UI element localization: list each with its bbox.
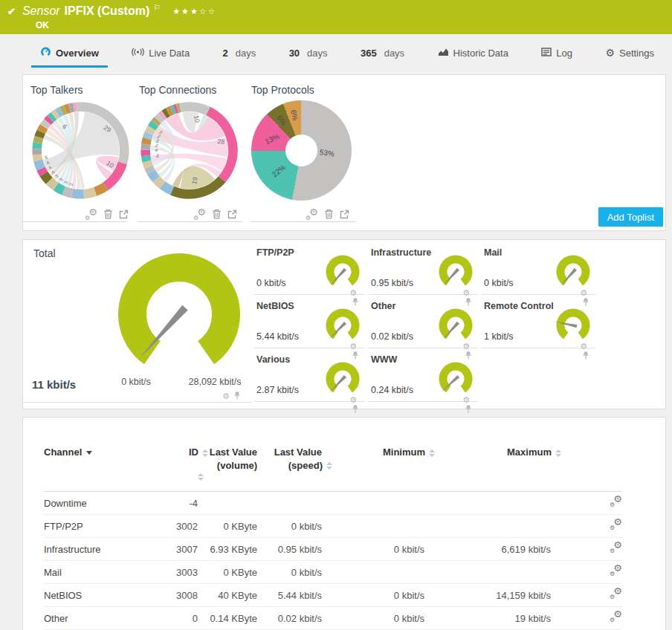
cell-id: -4 — [159, 492, 198, 515]
toplist-chart[interactable]: 6291023334445 — [30, 100, 131, 201]
toplist-settings-icon[interactable]: ⚙⚙ — [193, 210, 206, 221]
trash-icon[interactable] — [324, 209, 334, 221]
trash-icon[interactable] — [212, 209, 222, 221]
tab-settings[interactable]: ⚙Settings — [596, 48, 663, 68]
channels-table-panel: ChannelIDLast Value(volume)Last Value(sp… — [22, 417, 666, 630]
external-link-icon[interactable] — [227, 210, 237, 221]
toplist-settings-icon[interactable]: ⚙⚙ — [306, 210, 318, 221]
sensor-title: IPFIX (Custom) — [65, 4, 150, 18]
tab-label: Overview — [56, 48, 99, 59]
cell-settings: ⚙⚙ — [551, 561, 622, 584]
gauge-value: 0 kbit/s — [484, 278, 514, 288]
small-gauges-grid: FTP/P2P0 kbit/s⚙Infrastructure0.95 kbit/… — [253, 241, 622, 402]
cell-channel: NetBIOS — [44, 584, 159, 607]
toplist-title: Top Protocols — [251, 84, 355, 96]
tab-label: Live Data — [149, 48, 190, 59]
gauge-value: 0.95 kbit/s — [371, 278, 413, 288]
tab-label: days — [236, 48, 256, 59]
cell-minimum: 0 kbit/s — [322, 538, 424, 561]
add-toplist-button[interactable]: Add Toplist — [598, 207, 663, 227]
tab-live-data[interactable]: Live Data — [123, 48, 198, 68]
gear-icon[interactable]: ⚙ — [222, 392, 230, 400]
cell-last_volume: 0.14 KByte — [198, 607, 257, 630]
protocols-pie-chart: 53%22%13%6%6% — [251, 100, 352, 201]
gauge-value: 1 kbit/s — [484, 331, 514, 342]
gauge-cell-www: WWW0.24 kbit/s⚙ — [368, 348, 478, 402]
divider — [23, 402, 252, 403]
toplist-actions: ⚙⚙ — [193, 209, 237, 221]
cell-id: 0 — [159, 607, 198, 630]
cell-settings: ⚙⚙ — [551, 538, 622, 561]
gear-icon[interactable]: ⚙ — [349, 396, 357, 404]
cell-maximum: 14,159 kbit/s — [424, 584, 551, 607]
total-gauge — [112, 246, 246, 382]
tab-365-days[interactable]: 365days — [352, 48, 413, 68]
channel-gauges-panel: Total 0 kbit/s 28,092 kbit/s 11 kbit/s ⚙… — [22, 239, 666, 409]
gauge-value: 0.02 kbit/s — [371, 331, 413, 342]
tab-overview[interactable]: Overview — [31, 47, 108, 68]
tab-number: 2 — [223, 48, 228, 59]
gauge-label: Other — [371, 301, 395, 311]
status-badge: OK — [36, 20, 672, 30]
cell-minimum — [322, 561, 424, 584]
tab-2-days[interactable]: 2days — [214, 48, 265, 68]
channel-settings-icon[interactable]: ⚙⚙ — [610, 542, 622, 553]
channel-settings-icon[interactable]: ⚙⚙ — [610, 519, 622, 530]
tab-label: Settings — [619, 48, 654, 59]
cell-last_speed: 0.02 kbit/s — [257, 607, 322, 630]
channel-settings-icon[interactable]: ⚙⚙ — [610, 565, 622, 577]
toplist-chart[interactable]: 53%22%13%6%6% — [251, 100, 352, 201]
gauge-label: Various — [256, 354, 290, 365]
cell-last_speed: 0 kbit/s — [257, 515, 322, 538]
toplist-top-protocols: Top Protocols53%22%13%6%6%⚙⚙ — [251, 84, 355, 201]
gauge-value: 0 kbit/s — [256, 278, 286, 288]
toplist-chart[interactable]: 102819223345 — [139, 100, 239, 201]
divider — [138, 221, 242, 222]
external-link-icon[interactable] — [340, 210, 349, 221]
tab-historic-data[interactable]: Historic Data — [429, 48, 517, 68]
toplist-settings-icon[interactable]: ⚙⚙ — [85, 210, 97, 221]
gear-icon[interactable]: ⚙ — [462, 396, 470, 404]
channel-settings-icon[interactable]: ⚙⚙ — [610, 588, 622, 600]
total-gauge-max-label: 28,092 kbit/s — [170, 377, 259, 387]
cell-minimum: 0 kbit/s — [322, 607, 424, 630]
gauge-label: FTP/P2P — [256, 247, 294, 258]
pie-slice-label: 22% — [271, 163, 287, 178]
cell-last_volume: 0 KByte — [198, 515, 257, 538]
column-header-minimum[interactable]: Minimum — [322, 446, 424, 492]
cell-minimum: 0 kbit/s — [322, 584, 424, 607]
channel-settings-icon[interactable]: ⚙⚙ — [610, 496, 622, 507]
tab-30-days[interactable]: 30days — [280, 48, 337, 68]
cell-last_speed: 0 kbit/s — [257, 561, 322, 584]
column-header-last_speed[interactable]: Last Value(speed) — [257, 446, 322, 492]
tab-bar: OverviewLive Data2days30days365daysHisto… — [0, 34, 672, 68]
external-link-icon[interactable] — [119, 210, 129, 221]
cell-settings: ⚙⚙ — [551, 607, 622, 630]
column-header-id[interactable]: ID — [159, 446, 198, 492]
gauge-cell-empty — [481, 348, 595, 402]
cell-maximum — [424, 561, 551, 584]
total-gauge-min-label: 0 kbit/s — [110, 377, 162, 387]
gauge-cell-various: Various2.87 kbit/s⚙ — [253, 348, 365, 402]
table-row-mail: Mail30030 KByte0 kbit/s⚙⚙ — [44, 561, 622, 584]
column-header-maximum[interactable]: Maximum — [424, 446, 551, 492]
column-header-settings — [551, 446, 622, 492]
flag-icon[interactable]: ⚐ — [153, 3, 161, 13]
live-icon — [132, 48, 144, 59]
total-gauge-actions: ⚙ — [222, 391, 241, 402]
gauge-value: 2.87 kbit/s — [256, 385, 299, 395]
priority-stars[interactable]: ★★★☆☆ — [172, 7, 216, 16]
cell-last_volume — [198, 492, 257, 515]
channel-settings-icon[interactable]: ⚙⚙ — [610, 611, 622, 623]
trash-icon[interactable] — [103, 209, 113, 221]
svg-text:10: 10 — [193, 114, 201, 123]
gauge-label: NetBIOS — [256, 301, 294, 311]
toplist-actions: ⚙⚙ — [306, 209, 349, 221]
pin-icon[interactable] — [233, 391, 241, 402]
column-header-channel[interactable]: Channel — [44, 446, 159, 492]
cell-channel: Infrastructure — [44, 538, 159, 561]
tab-log[interactable]: Log — [532, 48, 581, 68]
cell-last_speed — [257, 492, 322, 515]
toplist-title: Top Talkers — [30, 84, 135, 96]
cell-id: 3007 — [159, 538, 198, 561]
